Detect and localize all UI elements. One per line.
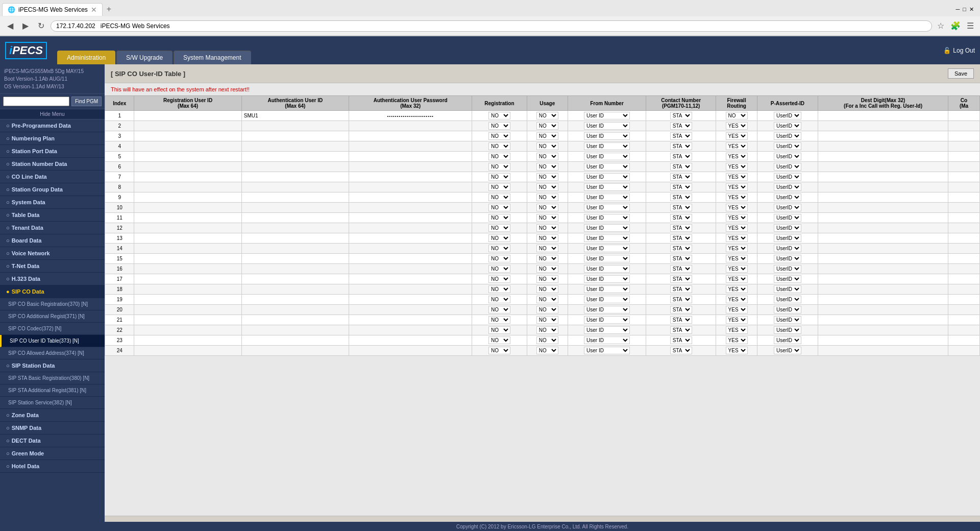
cell-auth-user[interactable]	[241, 305, 349, 315]
cell-from-number[interactable]: User IDPhone NumberSIP URI	[568, 121, 646, 131]
contact-select[interactable]: STACOPBX	[670, 285, 692, 293]
auth-user-input[interactable]	[244, 256, 347, 261]
cell-firewall[interactable]: NOYES	[716, 305, 757, 315]
from-number-select[interactable]: User IDPhone NumberSIP URI	[584, 245, 630, 252]
browser-tab[interactable]: 🌐 iPECS-MG Web Services ✕	[2, 3, 103, 16]
cell-auth-user[interactable]	[241, 254, 349, 264]
from-number-select[interactable]: User IDPhone NumberSIP URI	[584, 316, 630, 324]
usage-select[interactable]: NOYES	[536, 204, 558, 211]
tab-system-management[interactable]: System Management	[174, 51, 251, 64]
usage-select[interactable]: NOYES	[536, 275, 558, 283]
dest-digit-input[interactable]	[852, 225, 914, 231]
auth-user-input[interactable]	[244, 266, 347, 272]
firewall-select[interactable]: NOYES	[726, 132, 748, 140]
p-asserted-select[interactable]: UserIDNonePhone	[774, 173, 801, 181]
auth-user-input[interactable]	[244, 297, 347, 302]
cell-firewall[interactable]: NOYES	[716, 131, 757, 141]
cell-auth-user[interactable]	[241, 111, 349, 121]
tab-administration[interactable]: Administration	[57, 51, 115, 64]
usage-select[interactable]: NOYES	[536, 336, 558, 344]
p-asserted-select[interactable]: UserIDNonePhone	[774, 132, 801, 140]
back-button[interactable]: ◀	[4, 20, 16, 32]
cell-firewall[interactable]: NOYES	[716, 264, 757, 274]
p-asserted-select[interactable]: UserIDNonePhone	[774, 234, 801, 242]
cell-auth-user[interactable]	[241, 335, 349, 346]
cell-dest-digit[interactable]	[818, 274, 948, 284]
dest-digit-input[interactable]	[852, 174, 914, 180]
cell-registration[interactable]: NOYES	[472, 192, 527, 203]
cell-firewall[interactable]: NOYES	[716, 203, 757, 213]
usage-select[interactable]: NOYES	[536, 245, 558, 252]
dest-digit-input[interactable]	[852, 123, 914, 129]
contact-select[interactable]: STACOPBX	[670, 194, 692, 201]
sidebar-item-board-data[interactable]: ○ Board Data	[0, 234, 105, 247]
registration-select[interactable]: NOYES	[488, 234, 510, 242]
cell-p-asserted[interactable]: UserIDNonePhone	[757, 152, 818, 162]
cell-usage[interactable]: NOYES	[527, 346, 568, 356]
usage-select[interactable]: NOYES	[536, 347, 558, 354]
usage-select[interactable]: NOYES	[536, 306, 558, 313]
reg-user-input[interactable]	[136, 266, 239, 272]
cell-password[interactable]	[349, 233, 472, 244]
usage-select[interactable]: NOYES	[536, 153, 558, 160]
cell-usage[interactable]: NOYES	[527, 131, 568, 141]
reg-user-input[interactable]	[136, 256, 239, 261]
cell-p-asserted[interactable]: UserIDNonePhone	[757, 223, 818, 233]
cell-contact[interactable]: STACOPBX	[646, 315, 716, 325]
cell-contact[interactable]: STACOPBX	[646, 325, 716, 335]
cell-auth-user[interactable]	[241, 315, 349, 325]
from-number-select[interactable]: User IDPhone NumberSIP URI	[584, 224, 630, 232]
cell-registration[interactable]: NOYES	[472, 295, 527, 305]
cell-registration[interactable]: NOYES	[472, 325, 527, 335]
sidebar-item-tenant-data[interactable]: ○ Tenant Data	[0, 222, 105, 234]
registration-select[interactable]: NOYES	[488, 296, 510, 303]
cell-dest-digit[interactable]	[818, 284, 948, 295]
tab-close-button[interactable]: ✕	[91, 6, 97, 14]
cell-from-number[interactable]: User IDPhone NumberSIP URI	[568, 295, 646, 305]
cell-usage[interactable]: NOYES	[527, 152, 568, 162]
usage-select[interactable]: NOYES	[536, 183, 558, 191]
p-asserted-select[interactable]: UserIDNonePhone	[774, 112, 801, 119]
cell-p-asserted[interactable]: UserIDNonePhone	[757, 162, 818, 172]
reg-user-input[interactable]	[136, 327, 239, 333]
cell-auth-user[interactable]	[241, 192, 349, 203]
registration-select[interactable]: NOYES	[488, 153, 510, 160]
cell-password[interactable]	[349, 182, 472, 192]
auth-user-input[interactable]	[244, 348, 347, 353]
firewall-select[interactable]: NOYES	[726, 142, 748, 150]
p-asserted-select[interactable]: UserIDNonePhone	[774, 183, 801, 191]
cell-password[interactable]	[349, 131, 472, 141]
cell-firewall[interactable]: NOYES	[716, 244, 757, 254]
reg-user-input[interactable]	[136, 317, 239, 323]
reg-user-input[interactable]	[136, 143, 239, 149]
reload-button[interactable]: ↻	[35, 20, 47, 32]
cell-contact[interactable]: STACOPBX	[646, 274, 716, 284]
cell-reg-user[interactable]	[134, 121, 241, 131]
cell-p-asserted[interactable]: UserIDNonePhone	[757, 203, 818, 213]
dest-digit-input[interactable]	[852, 205, 914, 210]
sidebar-item-pre-programmed[interactable]: ○ Pre-Programmed Data	[0, 119, 105, 132]
cell-reg-user[interactable]	[134, 233, 241, 244]
reg-user-input[interactable]	[136, 113, 239, 118]
cell-firewall[interactable]: NOYES	[716, 254, 757, 264]
dest-digit-input[interactable]	[852, 215, 914, 221]
firewall-select[interactable]: NOYES	[726, 234, 748, 242]
cell-registration[interactable]: NOYES	[472, 233, 527, 244]
cell-contact[interactable]: STACOPBX	[646, 141, 716, 152]
cell-p-asserted[interactable]: UserIDNonePhone	[757, 233, 818, 244]
cell-usage[interactable]: NOYES	[527, 111, 568, 121]
cell-contact[interactable]: STACOPBX	[646, 305, 716, 315]
contact-select[interactable]: STACOPBX	[670, 142, 692, 150]
cell-registration[interactable]: NOYES	[472, 315, 527, 325]
usage-select[interactable]: NOYES	[536, 132, 558, 140]
cell-p-asserted[interactable]: UserIDNonePhone	[757, 111, 818, 121]
cell-from-number[interactable]: User IDPhone NumberSIP URI	[568, 274, 646, 284]
dest-digit-input[interactable]	[852, 154, 914, 159]
contact-select[interactable]: STACOPBX	[670, 183, 692, 191]
from-number-select[interactable]: User IDPhone NumberSIP URI	[584, 112, 630, 119]
cell-from-number[interactable]: User IDPhone NumberSIP URI	[568, 346, 646, 356]
p-asserted-select[interactable]: UserIDNonePhone	[774, 153, 801, 160]
cell-usage[interactable]: NOYES	[527, 141, 568, 152]
cell-reg-user[interactable]	[134, 274, 241, 284]
dest-digit-input[interactable]	[852, 348, 914, 353]
